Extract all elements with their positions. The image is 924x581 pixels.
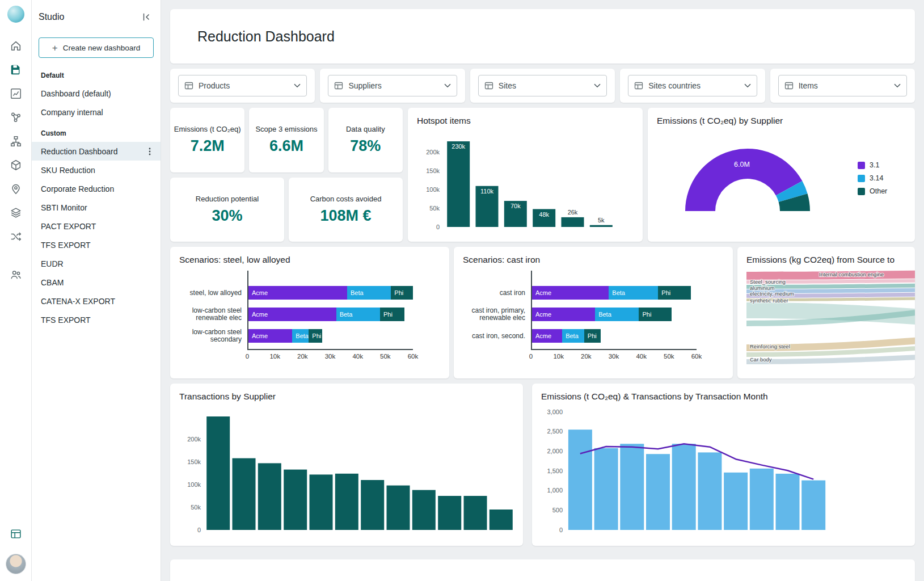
bar-segment-beta[interactable]: Beta xyxy=(292,329,309,343)
sidebar-item-dashboard-default[interactable]: Dashboard (default) xyxy=(32,84,161,103)
chart-title: Scenarios: steel, low alloyed xyxy=(179,255,440,265)
sidebar-item-pact-export[interactable]: PACT EXPORT xyxy=(32,217,161,235)
svg-text:1,000: 1,000 xyxy=(547,487,563,494)
legend-swatch xyxy=(858,188,865,195)
sidebar-item-company-internal[interactable]: Company internal xyxy=(32,103,161,121)
kpi-value: 78% xyxy=(350,137,381,155)
scenarios-row: Scenarios: steel, low alloyed steel, low… xyxy=(170,247,915,378)
bar-segment-beta[interactable]: Beta xyxy=(562,329,584,343)
sidebar-item-sku-reduction[interactable]: SKU Reduction xyxy=(32,161,161,179)
transactions-by-supplier-card: Transactions by Supplier 050k100k150k200… xyxy=(170,384,523,546)
filter-icon xyxy=(784,81,794,90)
location-icon[interactable] xyxy=(5,178,27,200)
sidebar-item-label: TFS EXPORT xyxy=(41,241,91,250)
sidebar-item-cbam[interactable]: CBAM xyxy=(32,273,161,292)
svg-text:200k: 200k xyxy=(426,149,440,155)
filter-dropdown-sites-countries[interactable]: Sites countries xyxy=(628,75,757,96)
sankey-chart: Internal combustion engineSteel_sourcing… xyxy=(746,268,906,371)
kpi-label: Emissions (t CO₂eq) xyxy=(174,125,241,133)
bar-segment-acme[interactable]: Acme xyxy=(248,329,292,343)
bar-segment-acme[interactable]: Acme xyxy=(532,308,595,321)
sidebar-item-label: CBAM xyxy=(41,278,64,287)
collapse-sidebar-button[interactable] xyxy=(139,10,154,24)
package-icon[interactable] xyxy=(5,154,27,176)
filter-card-sites-countries: Sites countries xyxy=(620,69,765,103)
shuffle-icon[interactable] xyxy=(5,225,27,248)
kpi-card-emissions-t-co-eq: Emissions (t CO₂eq)7.2M xyxy=(170,108,244,172)
svg-text:70k: 70k xyxy=(510,203,521,209)
sidebar-item-label: Company internal xyxy=(41,108,103,117)
main-content: Reduction Dashboard ProductsSuppliersSit… xyxy=(161,0,924,581)
dashboards-icon[interactable] xyxy=(5,58,27,81)
kpi-label: Data quality xyxy=(346,125,385,133)
hierarchy-icon[interactable] xyxy=(5,130,27,153)
sidebar-item-sbti-monitor[interactable]: SBTI Monitor xyxy=(32,198,161,217)
kpi-card-reduction-potential: Reduction potential30% xyxy=(170,178,284,242)
svg-text:500: 500 xyxy=(552,507,563,513)
user-avatar[interactable] xyxy=(6,554,26,574)
sidebar-item-label: Reduction Dashboard xyxy=(41,147,117,156)
layers-icon[interactable] xyxy=(5,201,27,224)
bar-segment-phi[interactable]: Phi xyxy=(658,286,691,300)
svg-text:3,000: 3,000 xyxy=(547,409,563,415)
filter-dropdown-suppliers[interactable]: Suppliers xyxy=(328,75,457,96)
filter-label: Items xyxy=(799,81,889,90)
bar-segment-phi[interactable]: Phi xyxy=(380,308,405,321)
chevron-down-icon xyxy=(294,83,301,88)
bar-segment-acme[interactable]: Acme xyxy=(532,329,562,343)
sidebar-item-reduction-dashboard[interactable]: Reduction Dashboard xyxy=(32,142,161,161)
sidebar-item-tfs-export[interactable]: TFS EXPORT xyxy=(32,310,161,329)
svg-text:0: 0 xyxy=(197,527,201,533)
filter-dropdown-sites[interactable]: Sites xyxy=(478,75,607,96)
legend-item-other: Other xyxy=(858,187,887,195)
kpi-value: 6.6M xyxy=(269,137,303,155)
kpi-value: 30% xyxy=(212,207,242,225)
svg-text:1,500: 1,500 xyxy=(547,468,563,474)
bar-segment-beta[interactable]: Beta xyxy=(347,286,391,300)
emissions-by-supplier-card: Emissions (t CO₂eq) by Supplier 6.0M 3.1… xyxy=(648,108,915,242)
app-root: Studio + Create new dashboard DefaultDas… xyxy=(0,0,924,581)
filter-label: Sites countries xyxy=(648,81,739,90)
kpi-group: Emissions (t CO₂eq)7.2MScope 3 emissions… xyxy=(170,108,403,242)
users-icon[interactable] xyxy=(5,263,27,286)
bar-segment-phi[interactable]: Phi xyxy=(639,308,672,321)
bar-segment-beta[interactable]: Beta xyxy=(595,308,639,321)
bar-segment-phi[interactable]: Phi xyxy=(584,329,601,343)
sidebar-item-corporate-reduction[interactable]: Corporate Reduction xyxy=(32,179,161,198)
bottom-charts-row: Transactions by Supplier 050k100k150k200… xyxy=(170,384,915,546)
filter-card-suppliers: Suppliers xyxy=(320,69,465,103)
svg-text:6.0M: 6.0M xyxy=(734,161,750,169)
filter-label: Sites xyxy=(499,81,589,90)
kpi-value: 108M € xyxy=(320,207,371,225)
legend-item-3-1: 3.1 xyxy=(858,161,887,169)
sidebar-item-catena-x-export[interactable]: CATENA-X EXPORT xyxy=(32,292,161,310)
bar-segment-phi[interactable]: Phi xyxy=(391,286,413,300)
svg-text:100k: 100k xyxy=(187,481,201,488)
cluster-icon[interactable] xyxy=(5,106,27,129)
sidebar-item-tfs-export[interactable]: TFS EXPORT xyxy=(32,235,161,254)
bar-segment-acme[interactable]: Acme xyxy=(248,286,347,300)
legend-label: 3.1 xyxy=(870,161,879,169)
app-logo[interactable] xyxy=(7,6,24,23)
svg-text:26k: 26k xyxy=(568,209,578,216)
svg-text:Car body: Car body xyxy=(750,356,772,363)
sidebar-item-label: SBTI Monitor xyxy=(41,203,87,212)
create-dashboard-button[interactable]: + Create new dashboard xyxy=(39,37,154,58)
bar-segment-beta[interactable]: Beta xyxy=(336,308,380,321)
bar-segment-beta[interactable]: Beta xyxy=(609,286,658,300)
filter-dropdown-items[interactable]: Items xyxy=(778,75,907,96)
item-menu-button[interactable] xyxy=(145,146,155,157)
home-icon[interactable] xyxy=(5,35,27,57)
chevron-down-icon xyxy=(594,83,601,88)
bar-segment-phi[interactable]: Phi xyxy=(309,329,322,343)
sidebar-item-label: CATENA-X EXPORT xyxy=(41,297,115,306)
bar-segment-acme[interactable]: Acme xyxy=(248,308,336,321)
filter-icon xyxy=(484,81,493,90)
bar-segment-acme[interactable]: Acme xyxy=(532,286,609,300)
sidebar-item-eudr[interactable]: EUDR xyxy=(32,254,161,273)
category-label: cast iron, primary, renewable elec xyxy=(463,306,531,323)
table-icon[interactable] xyxy=(5,523,27,545)
sidebar-item-label: Corporate Reduction xyxy=(41,184,114,193)
filter-dropdown-products[interactable]: Products xyxy=(178,75,307,96)
chart-icon[interactable] xyxy=(5,82,27,105)
